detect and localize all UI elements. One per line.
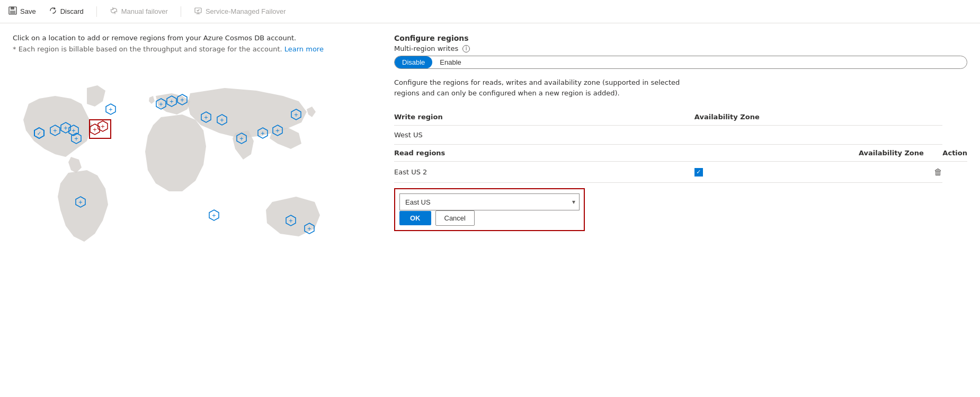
read-region-name: East US 2 (394, 162, 694, 183)
svg-text:+: + (72, 128, 76, 134)
svg-text:+: + (78, 199, 83, 205)
read-az-header: Availability Zone (859, 145, 942, 162)
main-content: Click on a location to add or remove reg… (0, 23, 980, 392)
discard-button[interactable]: Discard (49, 4, 84, 19)
svg-text:+: + (74, 136, 78, 142)
manual-failover-label: Manual failover (121, 7, 168, 15)
configure-title: Configure regions (394, 34, 967, 42)
save-icon (8, 6, 17, 16)
write-region-row: West US (394, 126, 967, 145)
svg-text:+: + (101, 123, 105, 129)
save-label: Save (20, 7, 36, 15)
toolbar-divider (96, 6, 97, 17)
svg-text:+: + (64, 125, 68, 131)
write-region-value: West US (394, 126, 694, 145)
write-action-header (859, 109, 942, 126)
action-buttons: OK Cancel (399, 210, 580, 226)
service-managed-icon (194, 6, 202, 16)
discard-icon (49, 6, 57, 16)
read-regions-header: Read regions (394, 145, 859, 162)
write-az-value (694, 126, 859, 145)
svg-text:+: + (220, 117, 224, 123)
read-action-header: Action (942, 145, 967, 162)
svg-text:+: + (180, 97, 184, 103)
svg-text:+: + (109, 107, 113, 112)
new-region-row: East US East US 2 West US West US 2 Nort… (394, 183, 967, 237)
svg-text:+: + (261, 130, 265, 136)
ok-button[interactable]: OK (399, 211, 431, 225)
svg-text:✓: ✓ (37, 130, 41, 136)
info-icon[interactable]: i (462, 45, 470, 52)
learn-more-link[interactable]: Learn more (284, 45, 324, 53)
failover-icon (110, 6, 118, 16)
configure-desc: Configure the regions for reads, writes … (394, 77, 685, 98)
svg-rect-1 (11, 7, 14, 10)
delete-icon[interactable]: 🗑 (934, 167, 942, 177)
toggle-group: Disable Enable (394, 56, 967, 69)
read-region-row: East US 2 🗑 (394, 162, 967, 183)
world-map: ✓ + + + + (13, 61, 362, 284)
write-region-header: Write region (394, 109, 694, 126)
write-action-value (859, 126, 942, 145)
right-panel: Configure regions Multi-region writes i … (394, 34, 967, 382)
service-managed-failover-button[interactable]: Service-Managed Failover (194, 4, 286, 19)
left-panel: Click on a location to add or remove reg… (13, 34, 373, 382)
region-select-wrapper: East US East US 2 West US West US 2 Nort… (399, 193, 580, 210)
write-az-header: Availability Zone (694, 109, 859, 126)
svg-text:+: + (275, 128, 280, 134)
read-region-action: 🗑 (859, 162, 942, 183)
disable-toggle[interactable]: Disable (395, 56, 432, 68)
map-container[interactable]: ✓ + + + + (13, 61, 362, 284)
toolbar-divider-2 (181, 6, 181, 17)
description-text: Click on a location to add or remove reg… (13, 34, 373, 42)
svg-text:+: + (53, 128, 57, 134)
regions-table: Write region Availability Zone West US R… (394, 109, 967, 236)
save-button[interactable]: Save (8, 4, 36, 19)
svg-text:+: + (307, 226, 311, 232)
multi-region-row: Multi-region writes i (394, 45, 967, 52)
service-managed-failover-label: Service-Managed Failover (206, 7, 286, 15)
manual-failover-button[interactable]: Manual failover (110, 4, 168, 19)
region-select[interactable]: East US East US 2 West US West US 2 Nort… (399, 193, 580, 210)
discard-label: Discard (60, 7, 84, 15)
svg-text:+: + (170, 99, 174, 104)
svg-text:+: + (212, 213, 216, 218)
svg-text:+: + (239, 136, 244, 142)
new-region-cell: East US East US 2 West US West US 2 Nort… (394, 183, 942, 237)
svg-text:+: + (294, 112, 298, 118)
svg-text:+: + (159, 101, 163, 107)
svg-text:+: + (204, 114, 208, 120)
svg-text:+: + (289, 218, 293, 224)
toolbar: Save Discard Manual failover (0, 0, 980, 23)
enable-toggle[interactable]: Enable (432, 56, 468, 68)
note-text: * Each region is billable based on the t… (13, 45, 373, 53)
region-popup: East US East US 2 West US West US 2 Nort… (394, 188, 585, 231)
multi-region-label: Multi-region writes (394, 45, 458, 52)
read-region-az (694, 162, 859, 183)
cancel-button[interactable]: Cancel (435, 210, 475, 226)
az-checkbox[interactable] (694, 168, 703, 177)
svg-text:+: + (93, 127, 97, 133)
description: Click on a location to add or remove reg… (13, 34, 373, 53)
svg-rect-2 (10, 11, 15, 14)
